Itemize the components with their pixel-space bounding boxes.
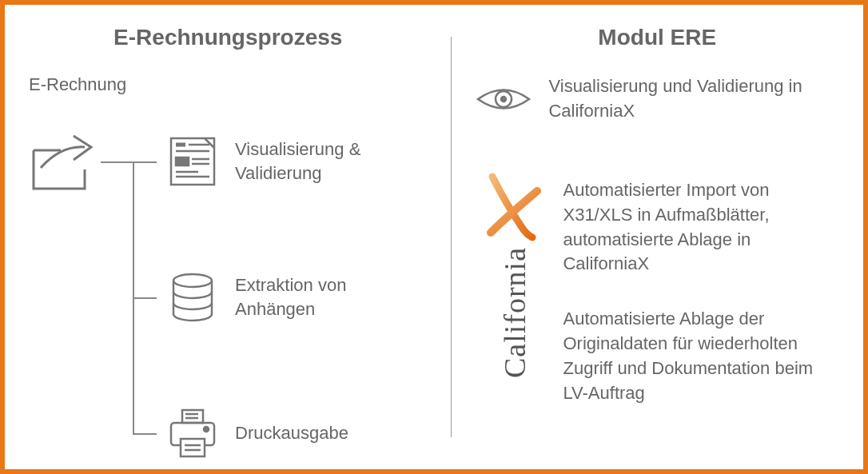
eye-row: Visualisierung und Validierung in Califo…: [475, 74, 839, 124]
svg-point-14: [204, 427, 209, 432]
svg-rect-15: [181, 439, 205, 456]
node-visualisierung: Visualisierung & Validierung: [165, 133, 411, 189]
tree-stub-3: [133, 433, 157, 435]
node-text: Extraktion von Anhängen: [235, 273, 411, 321]
eye-icon: [475, 79, 532, 119]
tree-branch-top: [101, 161, 133, 163]
right-column: Modul ERE Visualisierung und Validierung…: [451, 5, 863, 469]
para-1: Automatisierter Import von X31/XLS in Au…: [563, 178, 831, 277]
node-extraktion: Extraktion von Anhängen: [165, 269, 411, 325]
tree-stub-1: [133, 161, 157, 163]
node-text: Visualisierung & Validierung: [235, 137, 411, 185]
svg-point-9: [173, 274, 212, 287]
svg-rect-4: [176, 157, 189, 165]
logo-x-icon: [483, 170, 547, 242]
svg-point-19: [501, 97, 506, 102]
node-text: Druckausgabe: [235, 421, 348, 445]
para-2: Automatisierte Ablage der Originaldaten …: [563, 307, 831, 405]
left-column: E-Rechnungsprozess E-Rechnung: [5, 5, 451, 469]
printer-icon: [165, 405, 221, 461]
diagram-frame: E-Rechnungsprozess E-Rechnung: [0, 0, 868, 474]
left-heading: E-Rechnungsprozess: [29, 25, 427, 50]
source-label: E-Rechnung: [29, 74, 427, 95]
right-paragraphs: Automatisierter Import von X31/XLS in Au…: [563, 178, 831, 405]
eye-text: Visualisierung und Validierung in Califo…: [548, 74, 839, 124]
tree-stub-2: [133, 297, 157, 299]
californiax-logo: California: [475, 170, 555, 434]
right-body: Visualisierung und Validierung in Califo…: [475, 74, 839, 442]
svg-rect-10: [182, 410, 203, 423]
database-icon: [165, 269, 221, 325]
logo-word: California: [497, 247, 532, 378]
node-druckausgabe: Druckausgabe: [165, 405, 348, 461]
left-body: Visualisierung & Validierung Extraktion …: [29, 102, 427, 437]
right-heading: Modul ERE: [475, 25, 839, 50]
share-icon: [29, 129, 101, 193]
document-icon: [165, 133, 221, 189]
